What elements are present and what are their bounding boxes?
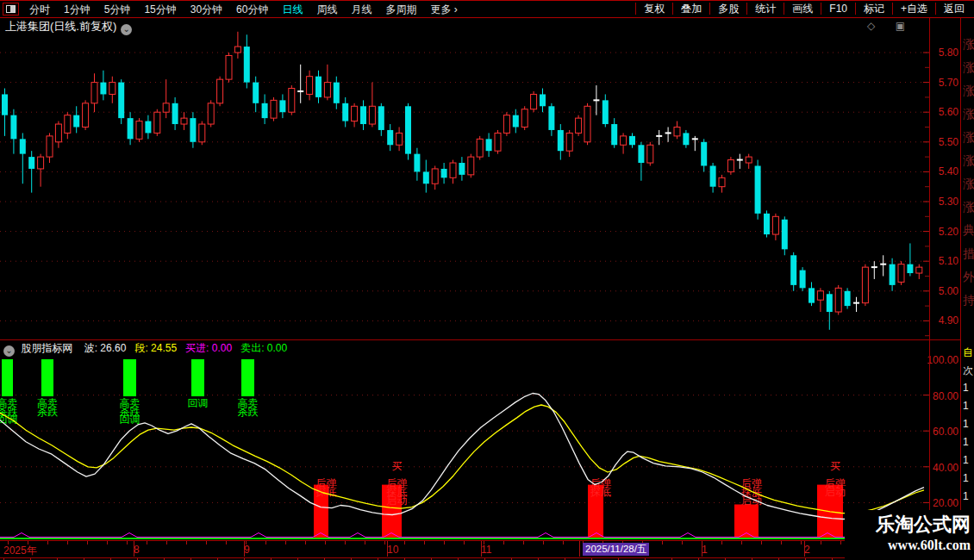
toolbar-button-4[interactable]: 画线	[784, 3, 821, 15]
indicator-param-2: 买进: 0.00	[185, 342, 232, 354]
axis-border	[929, 18, 930, 560]
strip-glyph: 涨	[963, 107, 974, 122]
period-toolbar: 分时1分钟5分钟15分钟30分钟60分钟日线周线月线多周期更多 › 复权叠加多股…	[0, 0, 974, 17]
trading-app-window: 分时1分钟5分钟15分钟30分钟60分钟日线周线月线多周期更多 › 复权叠加多股…	[0, 0, 974, 560]
price-label: 5.80	[939, 47, 958, 59]
strip-glyph: 涨	[963, 153, 974, 169]
strip-glyph: 次	[963, 364, 973, 378]
sell-signal-label: 回调	[120, 414, 140, 426]
strip-glyph: 涨	[963, 200, 974, 215]
watermark: 乐淘公式网 www.60lt.com	[845, 510, 974, 560]
tab-period-7[interactable]: 周线	[309, 3, 344, 16]
watermark-site-name: 乐淘公式网	[845, 512, 971, 538]
sell-signal-bar	[123, 359, 136, 396]
indicator-label: 40.00	[933, 462, 958, 474]
buy-text: 买	[830, 460, 840, 472]
tab-period-4[interactable]: 30分钟	[184, 3, 229, 16]
tab-period-1[interactable]: 1分钟	[57, 3, 97, 16]
price-label: 5.40	[939, 165, 958, 177]
toolbar-button-0[interactable]: 复权	[635, 3, 672, 15]
indicator-values: 波: 26.60段: 24.55买进: 0.00卖出: 0.00	[78, 342, 289, 354]
tab-period-9[interactable]: 多周期	[378, 3, 423, 16]
candlestick-chart[interactable]	[0, 31, 929, 339]
strip-glyph: 涨	[963, 130, 974, 146]
strip-glyph: 涨	[963, 60, 974, 76]
indicator-param-1: 段: 24.55	[134, 342, 177, 354]
sell-signal-label: 回调	[0, 414, 18, 426]
tab-period-2[interactable]: 5分钟	[97, 3, 138, 16]
strip-glyph: 1	[963, 436, 969, 448]
indicator-param-3: 卖出: 0.00	[240, 342, 287, 354]
rebound-label: 启动	[825, 486, 846, 498]
indicator-param-0: 波: 26.60	[84, 342, 127, 354]
chevron-down-icon[interactable]: ⌄	[3, 345, 15, 357]
month-label: 2	[804, 544, 810, 556]
tab-period-8[interactable]: 月线	[344, 3, 378, 16]
period-tabs: 分时1分钟5分钟15分钟30分钟60分钟日线周线月线多周期更多 ›	[22, 1, 465, 17]
strip-glyph: 措	[963, 246, 974, 262]
sell-signal-bar	[41, 359, 53, 396]
date-axis[interactable]: 2025年8910112025/11/28/五12	[0, 541, 929, 558]
strip-glyph: 外	[963, 270, 974, 285]
window-icon[interactable]	[3, 3, 19, 16]
right-edge-strip: 涨涨涨涨涨涨涨涨典措外持自次11111111	[961, 18, 974, 560]
strip-glyph: 1	[963, 490, 969, 502]
tab-period-3[interactable]: 15分钟	[137, 3, 183, 16]
corner-icons[interactable]: ◇ ▣	[867, 20, 914, 32]
strip-glyph: 涨	[963, 84, 974, 99]
month-label: 2025年	[3, 544, 37, 558]
tab-period-10[interactable]: 更多 ›	[423, 3, 464, 16]
month-label: 10	[387, 544, 398, 556]
selected-date-label: 2025/11/28/五	[583, 543, 649, 556]
strip-glyph: 1	[963, 472, 969, 484]
strip-glyph: 持	[963, 293, 974, 308]
strip-glyph: 典	[963, 223, 974, 239]
strip-glyph: 自	[963, 345, 973, 360]
indicator-chart[interactable]: 高卖杀跌回调高卖杀跌高卖杀跌回调回调高卖杀跌后弹探底买后弹探底启动后弹探底后弹探…	[0, 359, 929, 540]
price-label: 5.10	[939, 255, 958, 267]
tab-period-6[interactable]: 日线	[275, 3, 309, 16]
month-label: 8	[134, 544, 140, 556]
price-label: 5.30	[939, 196, 958, 208]
indicator-header: ⌄ 股朋指标网 波: 26.60段: 24.55买进: 0.00卖出: 0.00	[0, 341, 929, 358]
toolbar-button-5[interactable]: F10	[821, 3, 855, 15]
price-label: 4.90	[939, 314, 958, 327]
strip-glyph: 涨	[963, 177, 974, 192]
rebound-label: 探底	[590, 486, 611, 498]
toolbar-button-1[interactable]: 叠加	[672, 3, 709, 15]
month-label: 9	[244, 544, 250, 556]
strip-glyph: 涨	[963, 37, 974, 53]
strip-glyph: 1	[963, 418, 969, 430]
month-label: 11	[481, 544, 491, 556]
toolbar-button-6[interactable]: 标记	[855, 3, 892, 15]
buy-text: 买	[392, 460, 403, 472]
rebound-label: 探底	[316, 486, 337, 498]
indicator-name[interactable]: 股朋指标网	[21, 342, 72, 354]
price-label: 5.00	[939, 285, 958, 297]
strip-glyph: 1	[963, 382, 969, 394]
month-label: 1	[702, 544, 708, 556]
sell-signal-label: 杀跌	[238, 406, 259, 418]
price-axis: 5.805.705.605.505.405.305.205.105.004.90	[931, 31, 960, 339]
indicator-label: 60.00	[933, 426, 958, 438]
indicator-label: 20.00	[933, 497, 958, 509]
toolbar-button-7[interactable]: +自选	[892, 3, 935, 15]
rebound-label: 启动	[741, 495, 762, 507]
toolbar-button-8[interactable]: 返回	[935, 3, 972, 15]
price-label: 5.20	[939, 226, 958, 238]
sell-signal-bar	[2, 359, 13, 396]
indicator-label: 100.00	[927, 354, 958, 366]
toolbar-actions: 复权叠加多股统计画线F10标记+自选返回	[635, 0, 972, 17]
strip-glyph: 1	[963, 454, 969, 466]
indicator-label: 80.00	[933, 390, 958, 402]
toolbar-button-3[interactable]: 统计	[746, 3, 784, 15]
tab-period-0[interactable]: 分时	[22, 3, 57, 16]
sell-signal-bar	[241, 359, 254, 396]
rebound-label: 启动	[387, 495, 408, 507]
strip-glyph: 1	[963, 400, 969, 412]
price-label: 5.60	[939, 106, 958, 118]
buy-signal-bar	[734, 504, 759, 538]
price-label: 5.50	[939, 136, 958, 148]
toolbar-button-2[interactable]: 多股	[709, 3, 746, 15]
tab-period-5[interactable]: 60分钟	[229, 3, 275, 16]
